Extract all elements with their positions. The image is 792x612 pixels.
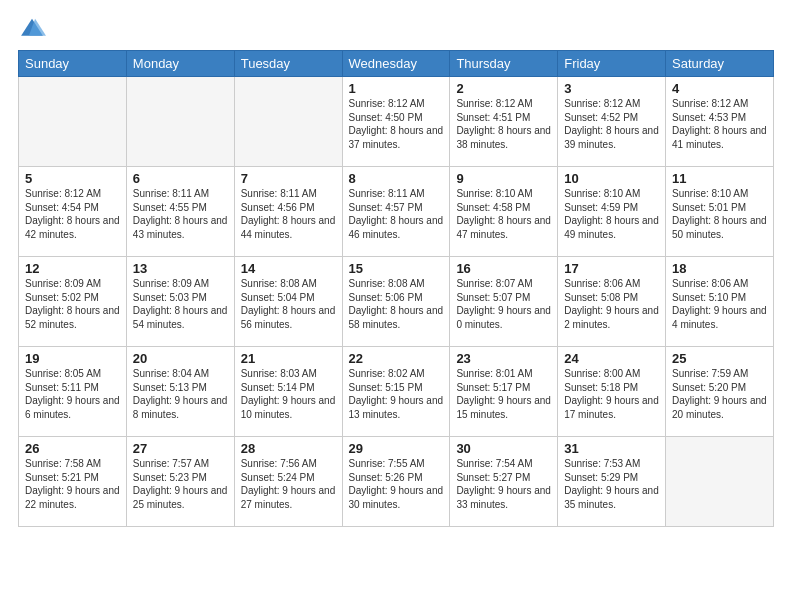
cell-text: Sunrise: 8:12 AMSunset: 4:53 PMDaylight:… xyxy=(672,98,767,150)
day-number: 20 xyxy=(133,351,228,366)
day-header-friday: Friday xyxy=(558,51,666,77)
cal-cell: 18Sunrise: 8:06 AMSunset: 5:10 PMDayligh… xyxy=(666,257,774,347)
cell-text: Sunrise: 8:06 AMSunset: 5:10 PMDaylight:… xyxy=(672,278,767,330)
cell-text: Sunrise: 8:07 AMSunset: 5:07 PMDaylight:… xyxy=(456,278,551,330)
cell-text: Sunrise: 8:09 AMSunset: 5:03 PMDaylight:… xyxy=(133,278,228,330)
cal-cell: 29Sunrise: 7:55 AMSunset: 5:26 PMDayligh… xyxy=(342,437,450,527)
cal-cell: 27Sunrise: 7:57 AMSunset: 5:23 PMDayligh… xyxy=(126,437,234,527)
cal-cell: 23Sunrise: 8:01 AMSunset: 5:17 PMDayligh… xyxy=(450,347,558,437)
day-number: 2 xyxy=(456,81,551,96)
day-number: 5 xyxy=(25,171,120,186)
day-number: 27 xyxy=(133,441,228,456)
cell-text: Sunrise: 7:56 AMSunset: 5:24 PMDaylight:… xyxy=(241,458,336,510)
cell-text: Sunrise: 8:11 AMSunset: 4:56 PMDaylight:… xyxy=(241,188,336,240)
cal-cell: 7Sunrise: 8:11 AMSunset: 4:56 PMDaylight… xyxy=(234,167,342,257)
cal-cell: 31Sunrise: 7:53 AMSunset: 5:29 PMDayligh… xyxy=(558,437,666,527)
day-number: 9 xyxy=(456,171,551,186)
cell-text: Sunrise: 8:12 AMSunset: 4:50 PMDaylight:… xyxy=(349,98,444,150)
cell-text: Sunrise: 8:02 AMSunset: 5:15 PMDaylight:… xyxy=(349,368,444,420)
week-row-0: 1Sunrise: 8:12 AMSunset: 4:50 PMDaylight… xyxy=(19,77,774,167)
cal-cell: 21Sunrise: 8:03 AMSunset: 5:14 PMDayligh… xyxy=(234,347,342,437)
cell-text: Sunrise: 8:10 AMSunset: 4:59 PMDaylight:… xyxy=(564,188,659,240)
week-row-1: 5Sunrise: 8:12 AMSunset: 4:54 PMDaylight… xyxy=(19,167,774,257)
cal-cell: 28Sunrise: 7:56 AMSunset: 5:24 PMDayligh… xyxy=(234,437,342,527)
week-row-2: 12Sunrise: 8:09 AMSunset: 5:02 PMDayligh… xyxy=(19,257,774,347)
header xyxy=(0,0,792,50)
day-number: 13 xyxy=(133,261,228,276)
cal-cell: 6Sunrise: 8:11 AMSunset: 4:55 PMDaylight… xyxy=(126,167,234,257)
day-number: 18 xyxy=(672,261,767,276)
day-number: 24 xyxy=(564,351,659,366)
day-header-wednesday: Wednesday xyxy=(342,51,450,77)
cell-text: Sunrise: 8:12 AMSunset: 4:51 PMDaylight:… xyxy=(456,98,551,150)
day-header-thursday: Thursday xyxy=(450,51,558,77)
day-number: 23 xyxy=(456,351,551,366)
day-number: 4 xyxy=(672,81,767,96)
logo-icon xyxy=(18,14,46,42)
day-number: 8 xyxy=(349,171,444,186)
day-number: 7 xyxy=(241,171,336,186)
logo xyxy=(18,14,50,42)
day-header-monday: Monday xyxy=(126,51,234,77)
cal-cell xyxy=(19,77,127,167)
day-number: 28 xyxy=(241,441,336,456)
cell-text: Sunrise: 8:11 AMSunset: 4:55 PMDaylight:… xyxy=(133,188,228,240)
day-number: 19 xyxy=(25,351,120,366)
cal-cell: 17Sunrise: 8:06 AMSunset: 5:08 PMDayligh… xyxy=(558,257,666,347)
cell-text: Sunrise: 7:57 AMSunset: 5:23 PMDaylight:… xyxy=(133,458,228,510)
cal-cell: 1Sunrise: 8:12 AMSunset: 4:50 PMDaylight… xyxy=(342,77,450,167)
cell-text: Sunrise: 7:54 AMSunset: 5:27 PMDaylight:… xyxy=(456,458,551,510)
day-number: 11 xyxy=(672,171,767,186)
cell-text: Sunrise: 8:08 AMSunset: 5:06 PMDaylight:… xyxy=(349,278,444,330)
day-number: 14 xyxy=(241,261,336,276)
cal-cell: 22Sunrise: 8:02 AMSunset: 5:15 PMDayligh… xyxy=(342,347,450,437)
day-number: 21 xyxy=(241,351,336,366)
week-row-3: 19Sunrise: 8:05 AMSunset: 5:11 PMDayligh… xyxy=(19,347,774,437)
day-number: 12 xyxy=(25,261,120,276)
day-header-saturday: Saturday xyxy=(666,51,774,77)
day-number: 10 xyxy=(564,171,659,186)
cal-cell: 2Sunrise: 8:12 AMSunset: 4:51 PMDaylight… xyxy=(450,77,558,167)
cell-text: Sunrise: 8:12 AMSunset: 4:54 PMDaylight:… xyxy=(25,188,120,240)
cal-cell: 25Sunrise: 7:59 AMSunset: 5:20 PMDayligh… xyxy=(666,347,774,437)
day-number: 31 xyxy=(564,441,659,456)
cal-cell: 13Sunrise: 8:09 AMSunset: 5:03 PMDayligh… xyxy=(126,257,234,347)
cell-text: Sunrise: 8:05 AMSunset: 5:11 PMDaylight:… xyxy=(25,368,120,420)
cal-cell: 8Sunrise: 8:11 AMSunset: 4:57 PMDaylight… xyxy=(342,167,450,257)
cal-cell: 30Sunrise: 7:54 AMSunset: 5:27 PMDayligh… xyxy=(450,437,558,527)
day-number: 16 xyxy=(456,261,551,276)
page: SundayMondayTuesdayWednesdayThursdayFrid… xyxy=(0,0,792,612)
cell-text: Sunrise: 8:01 AMSunset: 5:17 PMDaylight:… xyxy=(456,368,551,420)
cell-text: Sunrise: 8:10 AMSunset: 4:58 PMDaylight:… xyxy=(456,188,551,240)
day-number: 26 xyxy=(25,441,120,456)
cal-cell: 20Sunrise: 8:04 AMSunset: 5:13 PMDayligh… xyxy=(126,347,234,437)
cal-cell: 14Sunrise: 8:08 AMSunset: 5:04 PMDayligh… xyxy=(234,257,342,347)
day-headers-row: SundayMondayTuesdayWednesdayThursdayFrid… xyxy=(19,51,774,77)
day-number: 29 xyxy=(349,441,444,456)
calendar-table: SundayMondayTuesdayWednesdayThursdayFrid… xyxy=(18,50,774,527)
cell-text: Sunrise: 8:09 AMSunset: 5:02 PMDaylight:… xyxy=(25,278,120,330)
day-number: 17 xyxy=(564,261,659,276)
day-number: 1 xyxy=(349,81,444,96)
day-number: 25 xyxy=(672,351,767,366)
cal-cell: 12Sunrise: 8:09 AMSunset: 5:02 PMDayligh… xyxy=(19,257,127,347)
day-header-sunday: Sunday xyxy=(19,51,127,77)
cal-cell: 5Sunrise: 8:12 AMSunset: 4:54 PMDaylight… xyxy=(19,167,127,257)
cal-cell: 24Sunrise: 8:00 AMSunset: 5:18 PMDayligh… xyxy=(558,347,666,437)
cal-cell xyxy=(234,77,342,167)
cell-text: Sunrise: 7:55 AMSunset: 5:26 PMDaylight:… xyxy=(349,458,444,510)
cell-text: Sunrise: 8:04 AMSunset: 5:13 PMDaylight:… xyxy=(133,368,228,420)
cal-cell: 4Sunrise: 8:12 AMSunset: 4:53 PMDaylight… xyxy=(666,77,774,167)
cell-text: Sunrise: 8:10 AMSunset: 5:01 PMDaylight:… xyxy=(672,188,767,240)
cell-text: Sunrise: 8:12 AMSunset: 4:52 PMDaylight:… xyxy=(564,98,659,150)
cell-text: Sunrise: 7:53 AMSunset: 5:29 PMDaylight:… xyxy=(564,458,659,510)
cell-text: Sunrise: 7:59 AMSunset: 5:20 PMDaylight:… xyxy=(672,368,767,420)
cal-cell: 11Sunrise: 8:10 AMSunset: 5:01 PMDayligh… xyxy=(666,167,774,257)
day-header-tuesday: Tuesday xyxy=(234,51,342,77)
cal-cell: 15Sunrise: 8:08 AMSunset: 5:06 PMDayligh… xyxy=(342,257,450,347)
cell-text: Sunrise: 8:08 AMSunset: 5:04 PMDaylight:… xyxy=(241,278,336,330)
cal-cell: 3Sunrise: 8:12 AMSunset: 4:52 PMDaylight… xyxy=(558,77,666,167)
cal-cell xyxy=(126,77,234,167)
cell-text: Sunrise: 8:06 AMSunset: 5:08 PMDaylight:… xyxy=(564,278,659,330)
cal-cell xyxy=(666,437,774,527)
